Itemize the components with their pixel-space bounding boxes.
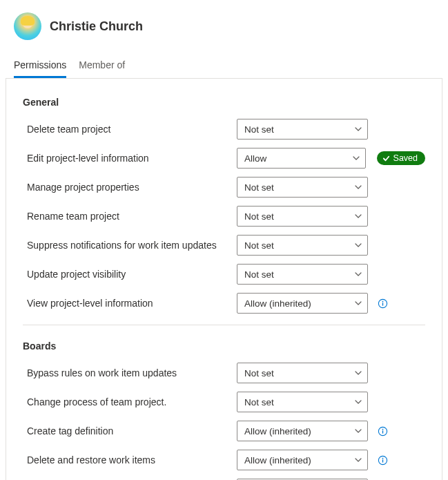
section-title: Boards: [23, 340, 425, 352]
permission-select[interactable]: Allow (inherited): [237, 450, 368, 470]
info-icon[interactable]: [378, 455, 388, 465]
saved-badge: Saved: [377, 151, 425, 165]
permission-row: Delete and restore work itemsAllow (inhe…: [23, 445, 425, 474]
permission-row: Manage project propertiesNot set: [23, 173, 425, 202]
permission-select[interactable]: Not set: [237, 119, 368, 140]
permission-row: View project-level informationAllow (inh…: [23, 289, 425, 318]
permission-label: Create tag definition: [23, 425, 230, 436]
permission-label: Rename team project: [23, 211, 230, 222]
user-name: Christie Church: [50, 19, 143, 34]
permission-label: Delete team project: [23, 124, 230, 135]
tab-member-of[interactable]: Member of: [79, 54, 125, 77]
permission-row: Suppress notifications for work item upd…: [23, 231, 425, 260]
section-title: General: [23, 97, 425, 108]
permission-select[interactable]: Allow (inherited): [237, 421, 368, 441]
permission-select[interactable]: Not set: [237, 363, 368, 383]
permission-row: Rename team projectNot set: [23, 202, 425, 231]
permission-select[interactable]: Allow (inherited): [237, 293, 368, 314]
permission-row: Update project visibilityNot set: [23, 260, 425, 289]
svg-point-4: [382, 428, 384, 430]
svg-point-7: [382, 457, 384, 459]
svg-rect-8: [382, 459, 383, 462]
permission-row: Edit project-level informationAllowSaved: [23, 144, 425, 173]
permission-select[interactable]: Not set: [237, 392, 368, 412]
permission-select[interactable]: Not set: [237, 264, 368, 285]
permission-select[interactable]: Not set: [237, 235, 368, 256]
permission-select[interactable]: Allow: [237, 148, 366, 169]
permission-row: Bypass rules on work item updatesNot set: [23, 358, 425, 387]
permission-label: Update project visibility: [23, 269, 230, 280]
svg-rect-5: [382, 430, 383, 433]
section-divider: [23, 325, 425, 325]
permission-label: View project-level information: [23, 298, 230, 309]
permission-row: Move work items out of this projectNot s…: [23, 474, 425, 480]
permission-row: Delete team projectNot set: [23, 115, 425, 144]
permission-select[interactable]: Not set: [237, 177, 368, 198]
permission-row: Change process of team project.Not set: [23, 387, 425, 416]
permission-label: Delete and restore work items: [23, 454, 230, 465]
permission-row: Create tag definitionAllow (inherited): [23, 416, 425, 445]
permissions-panel: GeneralDelete team projectNot setEdit pr…: [6, 78, 442, 480]
permission-label: Change process of team project.: [23, 396, 230, 407]
permission-label: Bypass rules on work item updates: [23, 367, 230, 378]
avatar: [14, 12, 41, 40]
permission-label: Edit project-level information: [23, 153, 230, 164]
permission-select[interactable]: Not set: [237, 206, 368, 227]
info-icon[interactable]: [378, 298, 388, 309]
permission-label: Suppress notifications for work item upd…: [23, 240, 230, 251]
svg-point-1: [382, 300, 384, 302]
tab-permissions[interactable]: Permissions: [14, 54, 66, 77]
info-icon[interactable]: [378, 426, 388, 436]
permission-label: Manage project properties: [23, 182, 230, 193]
svg-rect-2: [382, 303, 383, 305]
